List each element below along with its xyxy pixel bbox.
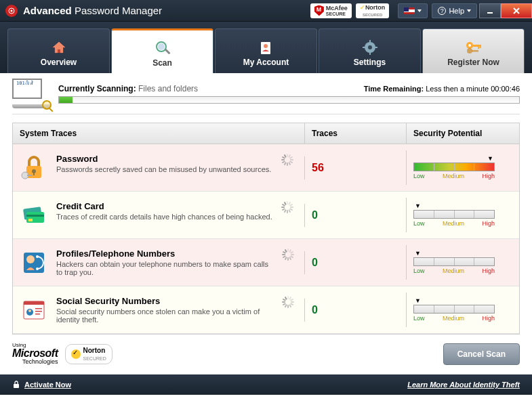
tab-bar: Overview Scan My Account Settings Regist… [0, 22, 532, 73]
svg-point-34 [36, 267, 39, 270]
laptop-scan-icon [12, 79, 50, 108]
tab-overview[interactable]: Overview [7, 28, 110, 73]
svg-rect-12 [369, 52, 371, 55]
bottom-bar: Activate Now Learn More About Identity T… [0, 374, 532, 395]
close-button[interactable] [501, 3, 532, 18]
person-icon [258, 39, 274, 56]
help-button[interactable]: ? Help [432, 3, 477, 18]
svg-rect-14 [375, 47, 377, 48]
svg-rect-41 [35, 314, 40, 315]
trace-count: 56 [312, 162, 324, 173]
security-meter: ▼LowMediumHigh [413, 203, 495, 227]
language-flag-button[interactable] [398, 3, 428, 18]
row-title: Social Security Numbers [56, 296, 274, 306]
trace-count: 0 [312, 209, 318, 221]
checkmark-icon [71, 349, 81, 359]
key-icon [464, 39, 483, 56]
time-remaining-label: Time Remaining: Less then a minute 00:00… [364, 85, 520, 93]
svg-rect-40 [35, 311, 42, 312]
scan-status: Currently Scanning: Files and folders Ti… [0, 73, 532, 114]
svg-rect-18 [478, 45, 479, 49]
svg-rect-2 [487, 12, 493, 14]
svg-point-1 [11, 9, 13, 12]
cancel-scan-button[interactable]: Cancel Scan [443, 343, 520, 365]
svg-rect-21 [472, 50, 478, 52]
svg-point-8 [264, 44, 268, 48]
loading-spinner-icon [281, 201, 293, 213]
svg-point-20 [467, 48, 472, 53]
norton-badge: ✓Norton SECURED [356, 3, 390, 18]
svg-rect-13 [363, 47, 365, 48]
minimize-button[interactable] [479, 3, 501, 18]
security-meter: ▼LowMediumHigh [413, 251, 495, 274]
mcafee-badge: McAfeeSECURE [310, 3, 352, 18]
help-icon: ? [438, 7, 446, 15]
table-row: Credit CardTraces of credit cards detail… [13, 192, 519, 239]
svg-rect-36 [24, 301, 44, 305]
security-meter: ▼LowMediumHigh [413, 156, 495, 179]
svg-point-32 [26, 255, 35, 263]
table-row: Profiles/Telephone NumbersHackers can ob… [13, 239, 519, 286]
svg-rect-6 [165, 48, 170, 53]
svg-rect-19 [480, 45, 481, 48]
profile-icon [20, 296, 48, 324]
shield-icon [314, 5, 324, 16]
svg-point-5 [158, 43, 165, 50]
svg-rect-24 [33, 172, 35, 175]
activate-now-link[interactable]: Activate Now [24, 381, 71, 389]
footer: Using Microsoft Technologies NortonSECUR… [0, 335, 532, 374]
svg-rect-30 [28, 219, 33, 221]
learn-more-link[interactable]: Learn More About Identity Theft [407, 381, 520, 389]
row-title: Password [56, 154, 271, 164]
trace-count: 0 [312, 257, 318, 268]
minimize-icon [487, 7, 493, 14]
chevron-down-icon [417, 9, 422, 12]
svg-rect-26 [27, 175, 33, 176]
home-icon [51, 39, 67, 56]
svg-rect-17 [472, 45, 480, 47]
row-title: Profiles/Telephone Numbers [56, 249, 274, 259]
lock-icon [12, 381, 20, 389]
table-header: System Traces Traces Security Potential [13, 123, 519, 144]
svg-rect-42 [14, 384, 19, 388]
norton-secured-badge: NortonSECURED [65, 344, 112, 364]
svg-point-33 [36, 255, 39, 258]
tab-scan[interactable]: Scan [111, 28, 213, 73]
app-title: Advanced Password Manager [23, 5, 310, 16]
tab-register-now[interactable]: Register Now [422, 28, 525, 73]
chevron-down-icon [467, 9, 471, 12]
results-table: System Traces Traces Security Potential … [12, 123, 520, 335]
row-description: Traces of credit cards details have high… [56, 213, 272, 221]
trace-count: 0 [312, 304, 318, 316]
row-description: Social security numbers once stolen can … [56, 307, 274, 324]
loading-spinner-icon [282, 296, 293, 308]
currently-scanning-label: Currently Scanning: Files and folders [58, 84, 198, 93]
svg-rect-39 [35, 308, 42, 309]
lock-icon [20, 154, 48, 182]
row-title: Credit Card [56, 201, 272, 211]
us-flag-icon [404, 7, 415, 14]
svg-point-16 [468, 44, 471, 47]
app-logo-icon [5, 5, 18, 17]
close-icon [513, 7, 520, 14]
security-meter: ▼LowMediumHigh [413, 298, 495, 322]
magnifier-icon [155, 39, 171, 57]
row-description: Hackers can obtain your telephone number… [56, 260, 274, 276]
gear-icon [362, 39, 378, 56]
titlebar: Advanced Password Manager McAfeeSECURE ✓… [0, 0, 532, 22]
loading-spinner-icon [281, 154, 293, 166]
loading-spinner-icon [282, 249, 293, 261]
table-row: PasswordPasswords secretly saved can be … [13, 144, 519, 192]
tab-settings[interactable]: Settings [319, 28, 421, 73]
microsoft-badge: Using Microsoft Technologies [12, 343, 58, 365]
tab-my-account[interactable]: My Account [215, 28, 317, 73]
table-row: Social Security NumbersSocial security n… [13, 286, 519, 334]
svg-rect-11 [369, 40, 371, 43]
scan-progress-bar [58, 96, 520, 104]
phone-icon [20, 249, 48, 277]
svg-point-10 [368, 45, 372, 49]
svg-rect-29 [26, 215, 44, 217]
svg-point-38 [28, 309, 31, 312]
svg-rect-3 [58, 49, 60, 53]
cards-icon [20, 201, 48, 230]
